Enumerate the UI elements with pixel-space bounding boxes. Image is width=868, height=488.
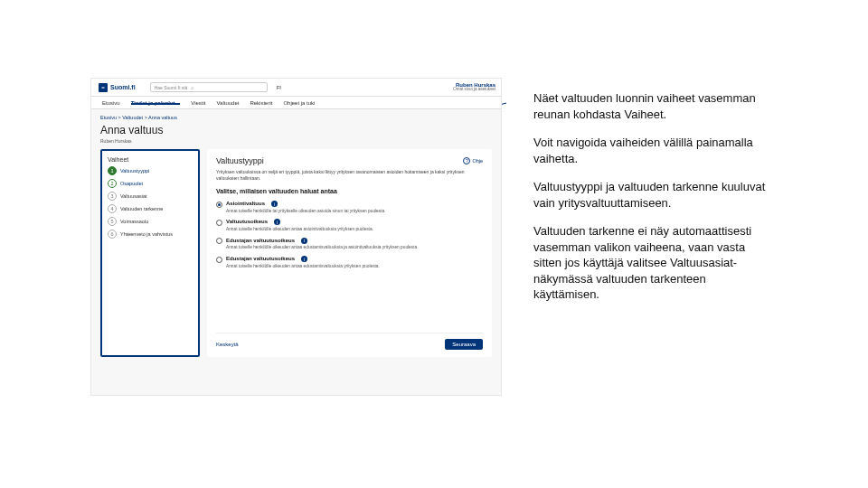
- option-4[interactable]: Edustajan valtuutusoikeus i Annat toisel…: [216, 253, 483, 271]
- nav-home[interactable]: Etusivu: [102, 100, 120, 105]
- next-button[interactable]: Seuraava: [445, 339, 483, 350]
- primary-nav: Etusivu Tiedot ja palvelut ⌄ Viestit Val…: [91, 97, 501, 109]
- option-label: Edustajan valtuutusoikeus: [226, 256, 295, 261]
- step-badge-icon: 5: [108, 217, 117, 226]
- nav-guide[interactable]: Ohjeet ja tuki: [283, 100, 315, 105]
- search-icon: ⌕: [191, 85, 194, 90]
- card-lead: Yrityksen valtuuksissa on neljä eri tyyp…: [216, 169, 483, 181]
- step-badge-icon: 2: [108, 179, 117, 188]
- note-4: Valtuuden tarkenne ei näy automaattisest…: [533, 223, 769, 303]
- breadcrumb[interactable]: Etusivu > Valtuudet > Anna valtuus: [100, 115, 492, 120]
- search-placeholder: Hae Suomi.fi:stä: [155, 85, 188, 90]
- step-1[interactable]: 1 Valtuustyyppi: [108, 166, 193, 175]
- step-5[interactable]: 5 Voimassaolo: [108, 217, 193, 226]
- lang-switch[interactable]: FI: [277, 85, 281, 90]
- note-1: Näet valtuuden luonnin vaiheet vasemman …: [533, 90, 769, 122]
- step-2[interactable]: 2 Osapuolet: [108, 179, 193, 188]
- option-3[interactable]: Edustajan valtuutusoikeus i Annat toisel…: [216, 235, 483, 253]
- brand-name: Suomi.fi: [110, 84, 136, 90]
- step-6[interactable]: 6 Yhteenveto ja vahvistus: [108, 230, 193, 239]
- nav-info[interactable]: Tiedot ja palvelut ⌄: [131, 100, 181, 105]
- content-card: Valtuustyyppi ? Ohje Yrityksen valtuuksi…: [207, 149, 492, 357]
- radio-icon: [216, 238, 222, 244]
- nav-registers[interactable]: Rekisterit: [250, 100, 272, 105]
- radio-icon: [216, 257, 222, 263]
- page-subtitle: Ruben Hurskas: [100, 138, 492, 144]
- step-label: Valtuustyyppi: [120, 168, 149, 174]
- account-sublabel: Omat sivut ja asetukset: [453, 88, 495, 92]
- search-input[interactable]: Hae Suomi.fi:stä ⌕: [150, 82, 268, 92]
- brand-logo-icon: =: [99, 83, 108, 92]
- note-2: Voit navigoida vaiheiden välillä painama…: [533, 135, 769, 166]
- step-label: Valtuuden tarkenne: [120, 206, 163, 211]
- note-3: Valtuustyyppi ja valtuuden tarkenne kuul…: [533, 179, 769, 211]
- info-icon[interactable]: i: [301, 256, 307, 262]
- app-header: = Suomi.fi Hae Suomi.fi:stä ⌕ FI Ruben H…: [91, 79, 501, 97]
- app-body: Etusivu > Valtuudet > Anna valtuus Anna …: [91, 109, 501, 395]
- option-label: Edustajan valtuutusoikeus: [226, 238, 295, 243]
- card-footer: Keskeytä Seuraava: [216, 333, 483, 350]
- option-1[interactable]: Asiointivaltuus i Annat toiselle henkilö…: [216, 198, 483, 216]
- nav-authorizations[interactable]: Valtuudet: [217, 100, 240, 105]
- option-desc: Annat toiselle henkilölle oikeuden antaa…: [226, 245, 483, 250]
- account-menu[interactable]: Ruben Hurskas Omat sivut ja asetukset: [453, 82, 495, 92]
- chevron-down-icon: ⌄: [176, 100, 180, 106]
- info-icon[interactable]: i: [274, 219, 280, 225]
- radio-icon: [216, 202, 222, 208]
- slide-notes: Näet valtuuden luonnin vaiheet vasemman …: [533, 90, 769, 315]
- suomifi-app-mock: = Suomi.fi Hae Suomi.fi:stä ⌕ FI Ruben H…: [90, 78, 502, 396]
- help-link[interactable]: ? Ohje: [463, 157, 483, 164]
- step-badge-icon: 4: [108, 204, 117, 213]
- step-3[interactable]: 3 Valtuusasiat: [108, 192, 193, 201]
- step-label: Yhteenveto ja vahvistus: [120, 231, 173, 237]
- step-badge-icon: 6: [108, 230, 117, 239]
- card-title: Valtuustyyppi: [216, 156, 264, 165]
- option-label: Asiointivaltuus: [226, 201, 265, 206]
- option-desc: Annat toiselle henkilölle tai yrityksell…: [226, 209, 483, 214]
- option-desc: Annat toiselle henkilölle oikeuden antaa…: [226, 227, 483, 232]
- step-label: Valtuusasiat: [120, 193, 147, 199]
- step-badge-icon: 1: [108, 166, 117, 175]
- page-title: Anna valtuus: [100, 124, 492, 136]
- step-label: Osapuolet: [120, 181, 143, 186]
- step-4[interactable]: 4 Valtuuden tarkenne: [108, 204, 193, 213]
- help-icon: ?: [463, 157, 470, 164]
- info-icon[interactable]: i: [271, 201, 278, 207]
- radio-icon: [216, 220, 222, 226]
- choice-title: Valitse, millaisen valtuuden haluat anta…: [216, 188, 483, 194]
- steps-title: Vaiheet: [108, 156, 193, 163]
- nav-messages[interactable]: Viestit: [191, 100, 205, 105]
- step-label: Voimassaolo: [120, 219, 148, 224]
- option-desc: Annat toiselle henkilölle oikeuden antaa…: [226, 264, 483, 269]
- cancel-button[interactable]: Keskeytä: [216, 342, 239, 347]
- brand: = Suomi.fi: [99, 83, 136, 92]
- step-badge-icon: 3: [108, 192, 117, 201]
- option-2[interactable]: Valtuutusoikeus i Annat toiselle henkilö…: [216, 216, 483, 234]
- option-label: Valtuutusoikeus: [226, 219, 268, 224]
- steps-panel: Vaiheet 1 Valtuustyyppi 2 Osapuolet 3 Va…: [100, 149, 200, 357]
- info-icon[interactable]: i: [301, 238, 307, 244]
